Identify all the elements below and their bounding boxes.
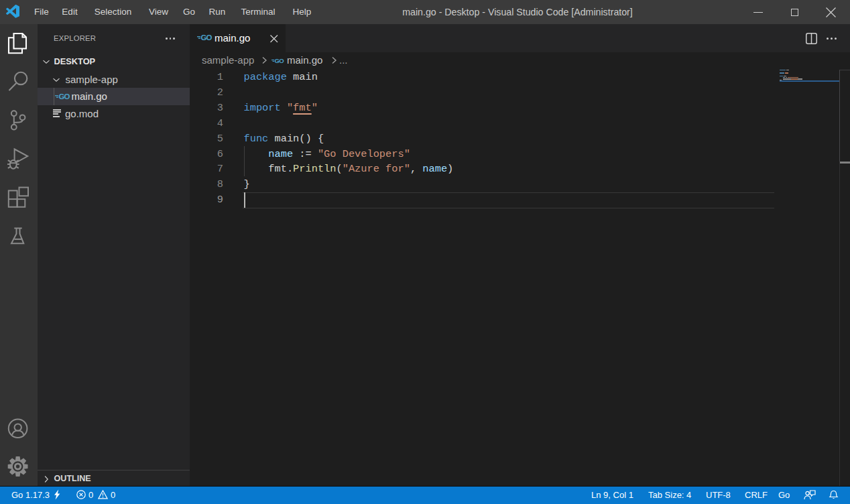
svg-text:GO: GO: [275, 57, 285, 64]
svg-text:GO: GO: [200, 34, 212, 42]
svg-text:GO: GO: [58, 92, 70, 101]
